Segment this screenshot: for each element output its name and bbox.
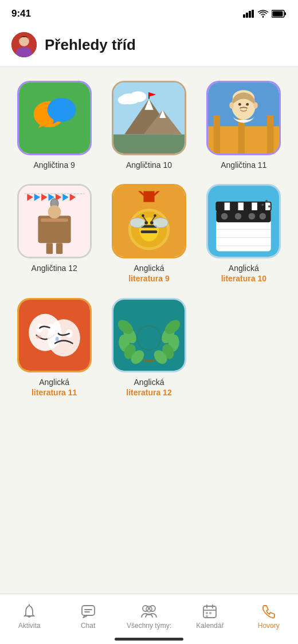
class-label: Angličtina 11 — [221, 160, 266, 170]
list-item[interactable]: Angličtina 11 — [201, 81, 287, 170]
class-label: Anglická literatura 10 — [221, 263, 266, 284]
class-label: Anglická literatura 12 — [126, 377, 171, 398]
status-bar: 9:41 — [0, 0, 298, 25]
svg-point-72 — [154, 214, 156, 217]
list-item[interactable]: Angličtina 10 — [106, 81, 191, 170]
class-label: Anglická literatura 9 — [128, 263, 170, 284]
svg-rect-27 — [113, 135, 185, 154]
header: Přehledy tříd — [0, 25, 298, 67]
class-icon-literatura9 — [112, 184, 186, 258]
svg-rect-79 — [230, 202, 238, 211]
class-label: Anglická literatura 11 — [32, 377, 77, 398]
svg-rect-81 — [257, 202, 265, 211]
status-time: 9:41 — [11, 8, 31, 19]
svg-point-10 — [19, 37, 29, 46]
list-item[interactable]: Anglická literatura 9 — [106, 184, 191, 284]
svg-point-91 — [268, 206, 270, 208]
nav-item-chat[interactable]: Chat — [68, 603, 108, 630]
svg-point-35 — [238, 103, 241, 106]
svg-point-85 — [221, 213, 228, 219]
nav-item-hovory[interactable]: Hovory — [249, 603, 289, 630]
svg-rect-30 — [214, 115, 220, 154]
phone-icon — [261, 603, 277, 619]
svg-rect-80 — [244, 202, 252, 211]
svg-point-87 — [249, 213, 255, 219]
avatar — [11, 32, 37, 57]
svg-point-120 — [146, 606, 152, 612]
chat-icon — [80, 603, 96, 619]
class-icon-anglictina11 — [206, 81, 281, 155]
svg-point-101 — [56, 336, 59, 341]
svg-rect-125 — [206, 612, 208, 614]
svg-point-90 — [265, 200, 268, 202]
nav-label-vsechny-tymy: Všechny týmy: — [127, 622, 171, 630]
nav-item-vsechny-tymy[interactable]: Všechny týmy: — [127, 603, 171, 630]
class-icon-anglictina10 — [112, 81, 186, 155]
svg-rect-49 — [41, 218, 68, 222]
svg-point-20 — [118, 96, 131, 104]
class-label: Angličtina 9 — [33, 160, 74, 170]
teams-icon — [140, 603, 158, 619]
svg-rect-126 — [209, 612, 211, 614]
svg-rect-0 — [243, 14, 245, 18]
class-icon-anglictina9 — [17, 81, 92, 155]
svg-point-86 — [235, 213, 241, 219]
status-icons — [243, 10, 287, 18]
svg-point-96 — [36, 335, 41, 339]
svg-rect-5 — [285, 13, 287, 15]
page-title: Přehledy tříd — [45, 36, 136, 54]
class-icon-literatura12 — [112, 298, 186, 372]
svg-rect-6 — [273, 11, 283, 17]
svg-point-37 — [230, 102, 234, 108]
bottom-nav: Aktivita Chat Všechny týmy: — [0, 594, 298, 644]
svg-rect-2 — [249, 11, 251, 18]
svg-point-36 — [246, 103, 249, 106]
signal-icon — [243, 10, 254, 18]
svg-rect-127 — [206, 615, 208, 617]
nav-label-hovory: Hovory — [258, 622, 280, 630]
svg-point-53 — [48, 206, 61, 219]
svg-rect-78 — [217, 202, 225, 211]
svg-point-65 — [130, 218, 146, 227]
class-icon-literatura10 — [206, 184, 281, 258]
class-label: Angličtina 12 — [32, 263, 77, 273]
nav-label-chat: Chat — [81, 622, 95, 630]
nav-item-aktivita[interactable]: Aktivita — [9, 603, 49, 630]
list-item[interactable]: Angličtina 12 — [11, 184, 97, 284]
svg-point-19 — [130, 91, 147, 102]
svg-point-68 — [150, 221, 154, 225]
svg-point-89 — [262, 204, 264, 206]
calendar-icon — [202, 603, 218, 619]
list-item[interactable]: Anglická literatura 10 — [201, 184, 287, 284]
svg-rect-55 — [56, 243, 62, 254]
svg-point-14 — [47, 98, 76, 122]
svg-rect-3 — [252, 10, 254, 18]
svg-rect-1 — [246, 13, 248, 18]
class-label: Angličtina 10 — [126, 160, 172, 170]
svg-point-88 — [260, 213, 266, 219]
svg-point-38 — [253, 102, 258, 108]
class-grid: Angličtina 9 — [11, 81, 287, 398]
nav-item-kalendar[interactable]: Kalendář — [190, 603, 230, 630]
svg-point-66 — [153, 218, 168, 227]
bell-icon — [21, 603, 37, 619]
svg-rect-115 — [82, 606, 95, 615]
svg-point-67 — [144, 221, 148, 225]
home-indicator — [115, 638, 183, 641]
class-icon-literatura11 — [17, 298, 92, 372]
battery-icon — [272, 10, 287, 18]
main-content: Angličtina 9 — [0, 67, 298, 478]
svg-point-98 — [47, 319, 80, 356]
class-icon-anglictina12 — [17, 184, 92, 258]
list-item[interactable]: Anglická literatura 12 — [106, 298, 191, 398]
nav-label-aktivita: Aktivita — [18, 622, 41, 630]
wifi-icon — [258, 10, 268, 18]
svg-rect-64 — [141, 230, 158, 233]
list-item[interactable]: Angličtina 9 — [11, 81, 97, 170]
nav-label-kalendar: Kalendář — [196, 622, 223, 630]
svg-rect-58 — [143, 191, 154, 202]
list-item[interactable]: Anglická literatura 11 — [11, 298, 97, 398]
svg-rect-54 — [46, 243, 52, 254]
svg-point-71 — [142, 214, 144, 217]
svg-rect-32 — [267, 115, 273, 154]
